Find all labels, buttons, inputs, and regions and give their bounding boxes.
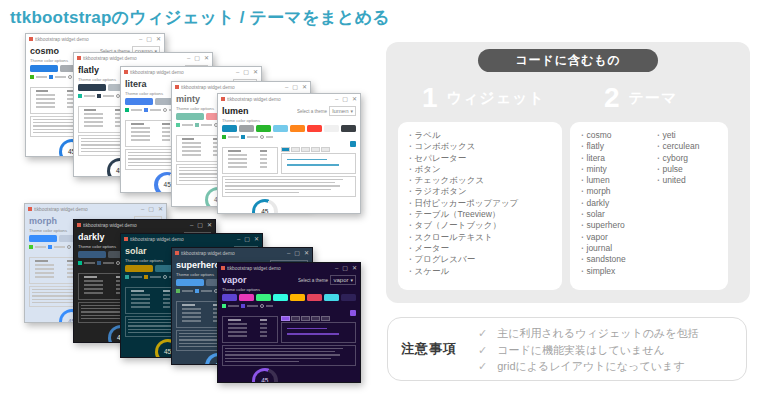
theme-color-button[interactable]: [239, 125, 254, 132]
tab[interactable]: [281, 147, 290, 152]
maximize-icon[interactable]: ▢: [243, 69, 249, 76]
checkbox-selected[interactable]: [125, 108, 129, 112]
window-header: lumen Select a theme lumen▾: [222, 104, 356, 118]
notes-title: 注意事項: [401, 340, 457, 358]
radio-button[interactable]: [163, 275, 167, 279]
tab[interactable]: [291, 147, 300, 152]
theme-color-button[interactable]: [273, 294, 288, 301]
checkbox-selected[interactable]: [78, 261, 82, 265]
theme-color-button[interactable]: [341, 294, 356, 301]
maximize-icon[interactable]: ▢: [292, 84, 298, 91]
checkbox-deselected[interactable]: [195, 289, 199, 293]
checkbox-deselected[interactable]: [49, 75, 53, 79]
minimize-icon[interactable]: –: [287, 250, 290, 257]
close-icon[interactable]: ✕: [352, 96, 357, 103]
theme-color-button[interactable]: [78, 84, 106, 91]
checkbox-deselected[interactable]: [241, 135, 245, 139]
tab[interactable]: [311, 147, 320, 152]
minimize-icon[interactable]: –: [335, 96, 338, 103]
maximize-icon[interactable]: ▢: [148, 206, 154, 213]
checkbox-deselected[interactable]: [241, 304, 245, 308]
close-icon[interactable]: ✕: [302, 84, 307, 91]
minimize-icon[interactable]: –: [237, 236, 240, 243]
minimize-icon[interactable]: –: [236, 69, 239, 76]
window-titlebar: ttkbootstrap widget demo – ▢ ✕: [121, 234, 262, 244]
tab[interactable]: [301, 147, 310, 152]
checkbox-deselected[interactable]: [144, 275, 148, 279]
theme-select-combobox[interactable]: lumen▾: [329, 106, 356, 116]
tab[interactable]: [321, 316, 330, 321]
close-icon[interactable]: ✕: [156, 36, 161, 43]
theme-color-button[interactable]: [176, 113, 204, 120]
theme-color-button[interactable]: [222, 125, 237, 132]
theme-color-button[interactable]: [307, 125, 322, 132]
tab[interactable]: [321, 147, 330, 152]
theme-color-button[interactable]: [256, 125, 271, 132]
text-line: [225, 351, 335, 352]
tab[interactable]: [291, 316, 300, 321]
radio-button[interactable]: [260, 135, 264, 139]
minimize-icon[interactable]: –: [335, 265, 338, 272]
maximize-icon[interactable]: ▢: [146, 36, 152, 43]
maximize-icon[interactable]: ▢: [194, 55, 200, 62]
minimize-icon[interactable]: –: [139, 36, 142, 43]
close-icon[interactable]: ✕: [204, 55, 209, 62]
checkbox-deselected[interactable]: [48, 245, 52, 249]
checkbox-deselected[interactable]: [144, 108, 148, 112]
minimize-icon[interactable]: –: [141, 206, 144, 213]
theme-color-button[interactable]: [222, 294, 237, 301]
checkbox-selected[interactable]: [78, 94, 82, 98]
maximize-icon[interactable]: ▢: [294, 250, 300, 257]
maximize-icon[interactable]: ▢: [342, 265, 348, 272]
note-item: ✓gridによるレイアウトになっています: [478, 358, 699, 375]
checkbox-selected[interactable]: [176, 123, 180, 127]
theme-color-button[interactable]: [324, 294, 339, 301]
window-controls: – ▢ ✕: [287, 250, 309, 257]
theme-color-button[interactable]: [239, 294, 254, 301]
checkbox-selected[interactable]: [176, 289, 180, 293]
minimize-icon[interactable]: –: [187, 55, 190, 62]
tab[interactable]: [311, 316, 320, 321]
checkbox-deselected[interactable]: [97, 261, 101, 265]
radio-button[interactable]: [67, 245, 71, 249]
close-icon[interactable]: ✕: [207, 222, 212, 229]
theme-color-button[interactable]: [290, 125, 305, 132]
close-icon[interactable]: ✕: [254, 236, 259, 243]
checkbox-selected[interactable]: [125, 275, 129, 279]
maximize-icon[interactable]: ▢: [197, 222, 203, 229]
radio-button[interactable]: [260, 304, 264, 308]
theme-color-button[interactable]: [273, 125, 288, 132]
accent-square: [350, 141, 356, 147]
minimize-icon[interactable]: –: [190, 222, 193, 229]
theme-color-button[interactable]: [78, 251, 106, 258]
theme-color-button[interactable]: [125, 98, 153, 105]
checkbox-selected[interactable]: [222, 135, 226, 139]
maximize-icon[interactable]: ▢: [244, 236, 250, 243]
radio-button[interactable]: [163, 108, 167, 112]
theme-color-button[interactable]: [125, 265, 153, 272]
theme-color-button[interactable]: [324, 125, 339, 132]
theme-color-button[interactable]: [29, 235, 57, 242]
maximize-icon[interactable]: ▢: [342, 96, 348, 103]
close-icon[interactable]: ✕: [304, 250, 309, 257]
tab[interactable]: [281, 316, 290, 321]
checkbox-selected[interactable]: [29, 245, 33, 249]
theme-select-combobox[interactable]: vapor▾: [330, 275, 356, 285]
theme-color-button[interactable]: [290, 294, 305, 301]
tab[interactable]: [301, 316, 310, 321]
checkbox-selected[interactable]: [30, 75, 34, 79]
checkbox-deselected[interactable]: [97, 94, 101, 98]
theme-color-button[interactable]: [341, 125, 356, 132]
theme-color-button[interactable]: [307, 294, 322, 301]
checkbox-selected[interactable]: [222, 304, 226, 308]
radio-button[interactable]: [68, 75, 72, 79]
close-icon[interactable]: ✕: [253, 69, 258, 76]
theme-color-button[interactable]: [176, 279, 204, 286]
checkbox-deselected[interactable]: [195, 123, 199, 127]
minimize-icon[interactable]: –: [285, 84, 288, 91]
close-icon[interactable]: ✕: [352, 265, 357, 272]
theme-color-button[interactable]: [256, 294, 271, 301]
close-icon[interactable]: ✕: [158, 206, 163, 213]
checkbox-label-line: [182, 290, 193, 291]
theme-color-button[interactable]: [30, 65, 58, 72]
